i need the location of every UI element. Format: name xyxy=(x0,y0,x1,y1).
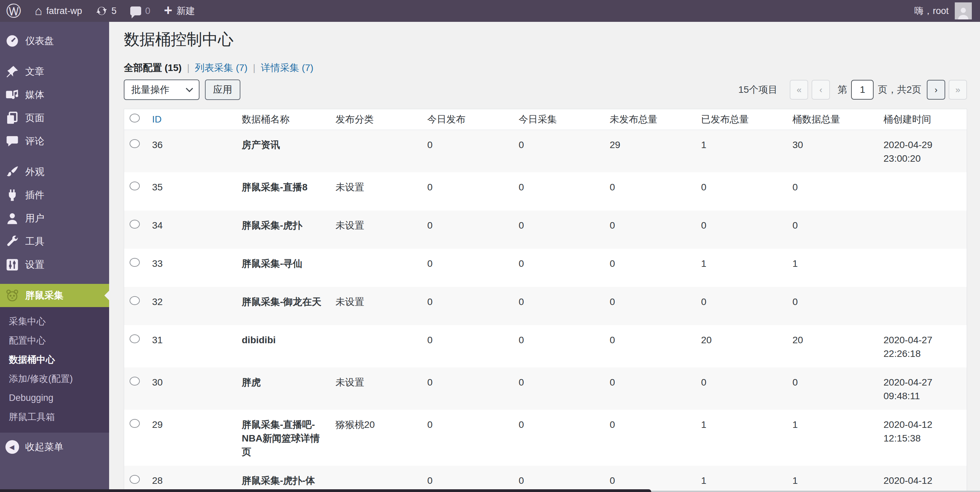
user-icon xyxy=(5,212,19,225)
sidebar-item-fatrat-collect[interactable]: 胖鼠采集 xyxy=(0,284,109,307)
next-page-button[interactable]: › xyxy=(927,80,945,100)
speech-bubble-icon xyxy=(5,134,19,148)
row-checkbox[interactable] xyxy=(130,475,140,484)
filter-all-configs[interactable]: 全部配置 (15) xyxy=(124,61,182,74)
sidebar-item-dashboard[interactable]: 仪表盘 xyxy=(0,29,109,53)
cell-bucket-name: 胖鼠采集-直播8 xyxy=(235,172,329,211)
cell-published-total: 0 xyxy=(694,367,786,410)
prev-page-button[interactable]: ‹ xyxy=(811,80,830,100)
row-checkbox[interactable] xyxy=(130,334,140,343)
cell-published-total: 1 xyxy=(694,466,786,492)
row-checkbox[interactable] xyxy=(130,419,140,428)
row-checkbox[interactable] xyxy=(130,139,140,148)
sidebar-item-posts[interactable]: 文章 xyxy=(0,60,109,83)
table-row: 31 dibidibi 0 0 0 20 20 2020-04-27 22:26… xyxy=(124,325,967,367)
dashboard-gauge-icon xyxy=(5,34,19,48)
apply-button[interactable]: 应用 xyxy=(205,80,240,100)
cell-today-published: 0 xyxy=(420,325,512,367)
id-sort-link[interactable]: ID xyxy=(152,114,162,125)
sidebar-item-plugins[interactable]: 插件 xyxy=(0,184,109,207)
sidebar-item-label: 工具 xyxy=(25,235,45,248)
cell-bucket-name: 胖虎 xyxy=(235,367,329,410)
home-icon: ⌂ xyxy=(35,5,42,17)
column-bucket-data-total: 桶数据总量 xyxy=(786,109,877,129)
cell-publish-category: 猕猴桃20 xyxy=(329,410,420,466)
table-header: ID 数据桶名称 发布分类 今日发布 今日采集 未发布总量 已发布总量 桶数据总… xyxy=(124,109,967,129)
cell-id: 30 xyxy=(145,367,235,410)
cell-id: 35 xyxy=(145,172,235,211)
page-suffix: 页，共2页 xyxy=(878,83,921,96)
filter-separator: | xyxy=(253,62,255,73)
cell-bucket-name: 胖鼠采集-虎扑 xyxy=(235,211,329,249)
cell-publish-category: 未设置 xyxy=(329,367,420,410)
row-checkbox[interactable] xyxy=(130,377,140,385)
cell-today-collected: 0 xyxy=(512,325,603,367)
cell-today-published: 0 xyxy=(420,172,512,211)
sidebar-item-tools[interactable]: 工具 xyxy=(0,230,109,253)
filter-list-collect[interactable]: 列表采集 (7) xyxy=(195,61,248,74)
wordpress-logo-icon[interactable]: Ⓦ xyxy=(6,3,21,18)
admin-menu: 仪表盘 文章 媒体 页面 xyxy=(0,22,109,307)
submenu-item-add-modify-config[interactable]: 添加/修改(配置) xyxy=(0,369,109,388)
submenu-item-config-center[interactable]: 配置中心 xyxy=(0,331,109,350)
submenu-item-debugging[interactable]: Debugging xyxy=(0,388,109,407)
site-name-menu[interactable]: ⌂ fatrat-wp xyxy=(35,5,82,17)
bulk-action-select[interactable]: 批量操作 xyxy=(124,80,199,100)
sidebar-item-comments[interactable]: 评论 xyxy=(0,129,109,153)
submenu-item-collect-center[interactable]: 采集中心 xyxy=(0,312,109,331)
user-greeting[interactable]: 嗨，root xyxy=(914,5,949,17)
column-published-total: 已发布总量 xyxy=(694,109,786,129)
filter-detail-collect[interactable]: 详情采集 (7) xyxy=(261,61,313,74)
row-select-cell xyxy=(124,466,145,492)
cell-today-collected: 0 xyxy=(512,410,603,466)
table-row: 33 胖鼠采集-寻仙 0 0 0 1 1 xyxy=(124,249,967,287)
menu-separator xyxy=(0,276,109,284)
sidebar-item-settings[interactable]: 设置 xyxy=(0,253,109,276)
cell-bucket-data-total: 20 xyxy=(786,325,877,367)
column-bucket-created: 桶创建时间 xyxy=(877,109,967,129)
databucket-table-container: ID 数据桶名称 发布分类 今日发布 今日采集 未发布总量 已发布总量 桶数据总… xyxy=(124,109,967,492)
current-page-input[interactable] xyxy=(851,80,873,100)
row-checkbox[interactable] xyxy=(130,220,140,228)
table-toolbar: 批量操作 应用 15个项目 « ‹ 第 页，共2页 › » xyxy=(124,80,967,100)
table-row: 36 房产资讯 0 0 29 1 30 2020-04-29 23:00:20 xyxy=(124,129,967,172)
row-checkbox[interactable] xyxy=(130,296,140,305)
new-content-menu[interactable]: + 新建 xyxy=(164,5,195,18)
menu-separator xyxy=(0,53,109,60)
cell-today-collected: 0 xyxy=(512,466,603,492)
avatar[interactable] xyxy=(955,2,972,19)
admin-sidebar: 仪表盘 文章 媒体 页面 xyxy=(0,22,109,492)
sidebar-item-label: 媒体 xyxy=(25,88,45,101)
pagination: 15个项目 « ‹ 第 页，共2页 › » xyxy=(738,80,967,100)
sidebar-item-appearance[interactable]: 外观 xyxy=(0,160,109,184)
row-select-cell xyxy=(124,249,145,287)
row-checkbox[interactable] xyxy=(130,258,140,267)
plus-icon: + xyxy=(164,3,173,18)
admin-bar: Ⓦ ⌂ fatrat-wp 5 0 + 新建 嗨，root xyxy=(0,0,980,22)
submenu-item-fatrat-toolbox[interactable]: 胖鼠工具箱 xyxy=(0,407,109,427)
submenu-item-databucket-center[interactable]: 数据桶中心 xyxy=(0,350,109,369)
cell-publish-category xyxy=(329,249,420,287)
select-all-cell xyxy=(124,109,145,129)
comments-menu[interactable]: 0 xyxy=(130,6,150,16)
cell-bucket-data-total: 0 xyxy=(786,211,877,249)
collapse-icon: ◀ xyxy=(5,440,19,454)
select-all-checkbox[interactable] xyxy=(130,113,140,123)
admin-bar-right: 嗨，root xyxy=(914,2,972,19)
collapse-menu-button[interactable]: ◀ 收起菜单 xyxy=(0,433,109,454)
cell-bucket-data-total: 1 xyxy=(786,466,877,492)
wrench-icon xyxy=(5,235,19,248)
updates-menu[interactable]: 5 xyxy=(96,5,117,17)
cell-unpublished-total: 0 xyxy=(603,172,694,211)
last-page-button[interactable]: » xyxy=(949,80,967,100)
cell-id: 28 xyxy=(145,466,235,492)
cell-publish-category xyxy=(329,466,420,492)
collapse-label: 收起菜单 xyxy=(25,441,64,454)
cell-publish-category: 未设置 xyxy=(329,211,420,249)
row-checkbox[interactable] xyxy=(130,182,140,190)
sidebar-item-users[interactable]: 用户 xyxy=(0,207,109,230)
first-page-button[interactable]: « xyxy=(790,80,808,100)
sidebar-item-media[interactable]: 媒体 xyxy=(0,83,109,107)
cell-bucket-data-total: 30 xyxy=(786,129,877,172)
sidebar-item-pages[interactable]: 页面 xyxy=(0,107,109,129)
